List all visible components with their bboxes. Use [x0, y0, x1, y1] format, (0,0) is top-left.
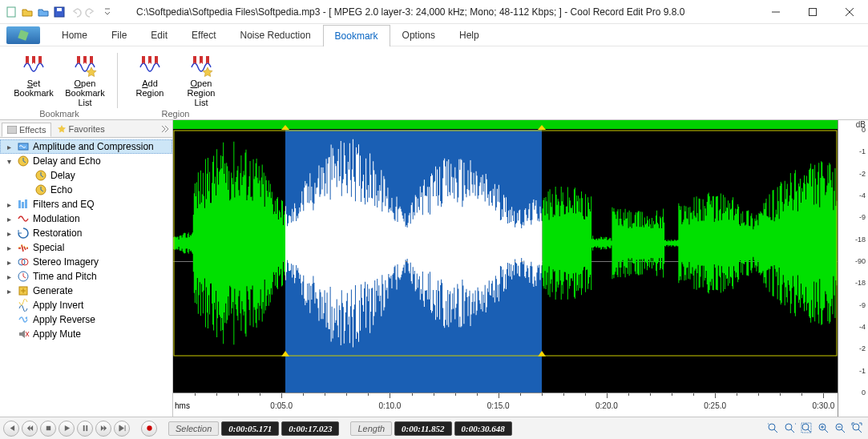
overview-bar[interactable] — [173, 120, 838, 130]
expand-icon[interactable]: ▸ — [5, 258, 14, 267]
save-icon[interactable] — [53, 6, 66, 18]
svg-rect-5 — [7, 126, 17, 134]
zoom-selection-icon[interactable] — [800, 421, 814, 436]
db-tick: -90 — [855, 257, 866, 265]
tree-node-reverse[interactable]: Apply Reverse — [0, 312, 172, 327]
qat-dropdown-icon[interactable] — [101, 6, 114, 18]
clock-icon — [34, 169, 47, 182]
open-folder-icon[interactable] — [37, 6, 50, 18]
tree-node-label: Amplitude and Compression — [33, 141, 154, 152]
tree-node-special[interactable]: ▸ Special — [0, 240, 172, 255]
play-button[interactable] — [59, 421, 75, 437]
open-region-list-button[interactable]: OpenRegion List — [179, 50, 224, 109]
add-region-button[interactable]: AddRegion — [127, 50, 172, 109]
waveform-display[interactable] — [173, 130, 838, 393]
status-bar: Selection 0:00:05.171 0:00:17.023 Length… — [0, 417, 868, 439]
time-ruler-scale[interactable]: hms 0:05.00:10.00:15.00:20.00:25.00:30.0 — [173, 393, 838, 417]
set-bookmark-button[interactable]: SetBookmark — [11, 50, 56, 109]
expand-icon[interactable]: ▾ — [5, 157, 14, 166]
expand-icon[interactable] — [5, 330, 14, 339]
rewind-button[interactable] — [22, 421, 38, 437]
close-button[interactable] — [831, 0, 868, 24]
expand-icon[interactable]: ▸ — [5, 143, 14, 151]
selection-label: Selection — [168, 421, 219, 436]
tab-file[interactable]: File — [99, 24, 139, 46]
app-logo[interactable] — [6, 26, 40, 44]
bookmark-icon — [21, 51, 46, 77]
group-title: Bookmark — [39, 109, 79, 120]
tree-node-time-pitch[interactable]: ▸ Time and Pitch — [0, 269, 172, 284]
svg-rect-19 — [83, 425, 84, 431]
time-tick: 0:25.0 — [704, 401, 726, 410]
time-tick: 0:15.0 — [487, 401, 510, 410]
group-title: Region — [162, 109, 190, 120]
tab-edit[interactable]: Edit — [139, 24, 180, 46]
svg-point-28 — [853, 424, 859, 430]
expand-icon[interactable] — [22, 186, 31, 195]
tab-effect[interactable]: Effect — [180, 24, 228, 46]
tree-node-restoration[interactable]: ▸ Restoration — [0, 226, 172, 240]
expand-icon[interactable]: ▸ — [5, 272, 14, 281]
tree-node-amp-comp[interactable]: ▸ Amplitude and Compression — [0, 139, 172, 154]
length-label: Length — [350, 421, 392, 436]
sidebar-tab-effects[interactable]: Effects — [2, 123, 51, 137]
tab-home[interactable]: Home — [50, 24, 99, 46]
record-button[interactable] — [141, 421, 157, 437]
special-icon — [17, 241, 30, 254]
open-bookmark-list-button[interactable]: OpenBookmark List — [63, 50, 107, 109]
goto-start-button[interactable] — [3, 421, 19, 437]
length-selection: 0:00:11.852 — [394, 421, 451, 436]
open-icon[interactable] — [21, 6, 34, 18]
tab-bookmark[interactable]: Bookmark — [323, 25, 390, 46]
tab-help[interactable]: Help — [447, 24, 491, 46]
tree-node-stereo[interactable]: ▸ Stereo Imagery — [0, 255, 172, 269]
expand-icon[interactable]: ▸ — [5, 215, 14, 224]
time-tick: 0:05.0 — [270, 401, 293, 410]
stop-button[interactable] — [40, 421, 56, 437]
expand-icon[interactable]: ▸ — [5, 229, 14, 238]
ribbon: SetBookmark OpenBookmark ListBookmark Ad… — [0, 46, 868, 120]
db-tick: -4 — [859, 191, 866, 199]
sidebar-collapse-icon[interactable] — [159, 124, 171, 134]
minimize-button[interactable] — [757, 0, 794, 24]
tree-node-modulation[interactable]: ▸ Modulation — [0, 211, 172, 226]
expand-icon[interactable]: ▸ — [5, 244, 14, 252]
tree-node-filters-eq[interactable]: ▸ Filters and EQ — [0, 197, 172, 211]
zoom-out-icon[interactable] — [834, 421, 848, 436]
tree-node-mute[interactable]: Apply Mute — [0, 327, 172, 341]
db-tick: -1 — [859, 367, 866, 375]
pause-button[interactable] — [77, 421, 93, 437]
sidebar-tab-favorites[interactable]: Favorites — [53, 123, 109, 135]
forward-button[interactable] — [95, 421, 111, 437]
tree-node-delay-echo[interactable]: ▾ Delay and Echo — [0, 154, 172, 168]
expand-icon[interactable] — [22, 171, 31, 180]
expand-icon[interactable] — [5, 316, 14, 324]
expand-icon[interactable]: ▸ — [5, 287, 14, 296]
tree-node-label: Filters and EQ — [33, 199, 95, 210]
tree-node-label: Apply Mute — [33, 328, 81, 340]
zoom-in-start-icon[interactable] — [766, 421, 781, 436]
new-icon[interactable] — [5, 6, 18, 18]
undo-icon[interactable] — [69, 6, 82, 18]
maximize-button[interactable] — [794, 0, 831, 24]
tree-node-echo[interactable]: Echo — [0, 183, 172, 197]
zoom-full-icon[interactable] — [850, 421, 865, 436]
svg-rect-10 — [18, 200, 21, 208]
expand-icon[interactable]: ▸ — [5, 200, 14, 209]
zoom-in-end-icon[interactable] — [783, 421, 797, 436]
redo-icon[interactable] — [85, 6, 98, 18]
zoom-in-icon[interactable] — [817, 421, 831, 436]
goto-end-button[interactable] — [114, 421, 130, 437]
clock-icon — [34, 183, 47, 196]
tree-node-delay[interactable]: Delay — [0, 168, 172, 183]
restore-icon — [17, 227, 30, 240]
tree-node-generate[interactable]: ▸ Generate — [0, 284, 172, 298]
tab-noise-reduction[interactable]: Noise Reduction — [228, 24, 323, 46]
svg-rect-2 — [57, 8, 62, 11]
svg-rect-6 — [18, 143, 28, 150]
expand-icon[interactable] — [5, 301, 14, 310]
tab-options[interactable]: Options — [390, 24, 447, 46]
bookmark-icon — [72, 51, 98, 77]
clock-icon — [17, 155, 30, 167]
tree-node-invert[interactable]: Apply Invert — [0, 298, 172, 312]
